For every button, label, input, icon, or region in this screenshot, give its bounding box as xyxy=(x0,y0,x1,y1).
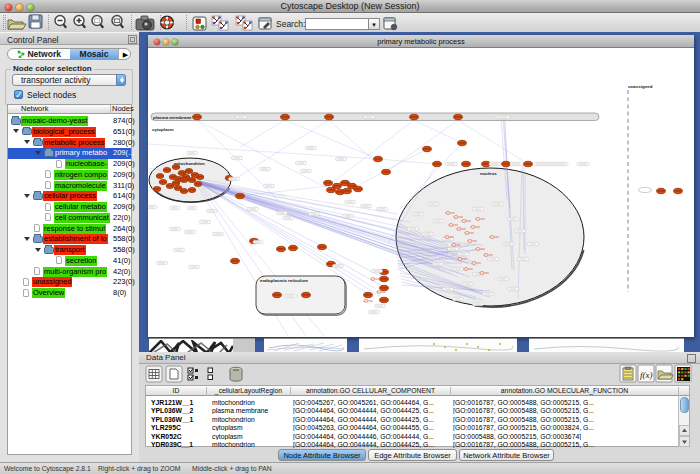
svg-text:endoplasmic reticulum: endoplasmic reticulum xyxy=(260,278,308,283)
svg-text:nucleus: nucleus xyxy=(480,171,497,176)
svg-text:unassigned: unassigned xyxy=(628,84,653,89)
svg-text:f(x): f(x) xyxy=(640,370,653,380)
svg-text:plasma membrane: plasma membrane xyxy=(153,115,192,120)
svg-text:cytoplasm: cytoplasm xyxy=(152,127,174,132)
